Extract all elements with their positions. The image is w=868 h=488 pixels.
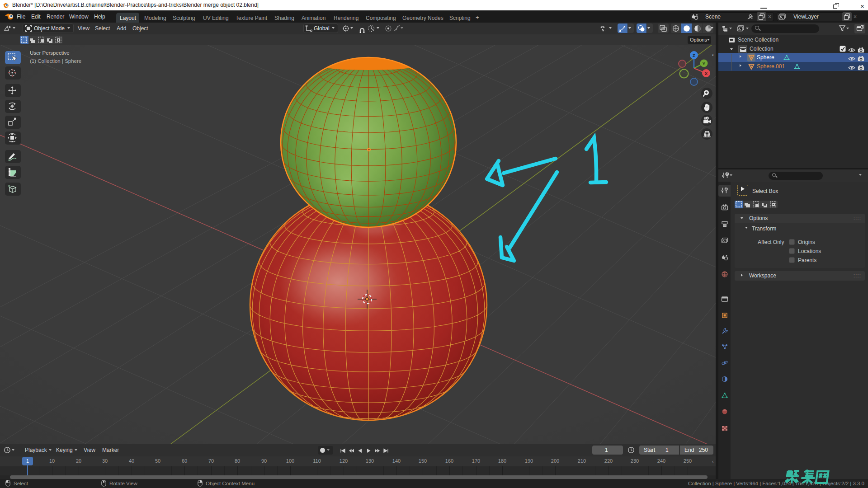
svg-text:Y: Y [703, 61, 706, 66]
svg-text:X: X [705, 71, 708, 76]
svg-text:Z: Z [693, 53, 695, 58]
